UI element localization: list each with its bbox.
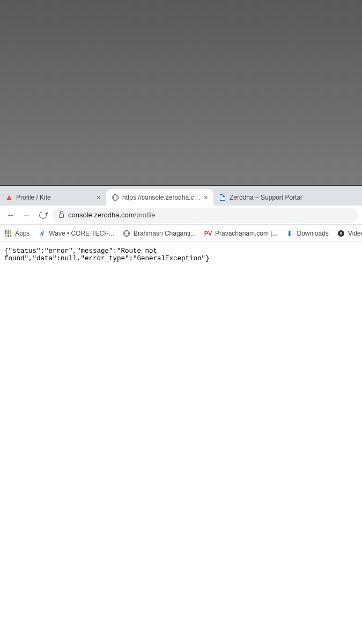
bookmark-label: Pravachanam.com |... [215,230,278,237]
bookmark-label: Brahmasri Chaganti... [134,230,196,237]
download-icon: ⬇ [286,230,293,237]
reload-icon [38,210,48,220]
apps-grid-icon [4,230,12,237]
bookmark-pravachanam[interactable]: PV Pravachanam.com |... [204,230,278,237]
bookmark-downloads[interactable]: ⬇ Downloads [286,230,328,237]
close-icon[interactable]: × [204,193,208,202]
document-favicon-icon [219,194,226,201]
address-bar[interactable]: console.zerodha.com/profile [53,208,358,223]
bookmark-videoh[interactable]: d VideoH [337,230,362,237]
tab-console-zerodha[interactable]: https://console.zerodha.com/pro × [106,189,213,206]
videoh-icon: d [337,230,345,237]
bookmark-wave[interactable]: ıl Wave • CORE TECH... [38,230,114,237]
tab-zerodha-support[interactable]: Zerodha – Support Portal [213,189,321,206]
tab-title: Zerodha – Support Portal [230,194,315,201]
wave-icon: ıl [38,230,46,237]
tab-profile-kite[interactable]: Profile / Kite × [0,189,106,206]
bookmark-label: Wave • CORE TECH... [49,230,114,237]
url-text: console.zerodha.com/profile [68,211,156,219]
tab-strip: Profile / Kite × https://console.zerodha… [0,186,362,206]
bookmarks-bar: Apps ıl Wave • CORE TECH... Brahmasri Ch… [0,225,362,242]
browser-toolbar: ← → console.zerodha.com/profile [0,206,362,225]
photo-background-wall [0,0,362,185]
tab-title: https://console.zerodha.com/pro [122,194,201,201]
bookmark-label: VideoH [348,230,362,237]
close-icon[interactable]: × [97,193,101,202]
globe-favicon-icon [112,194,119,201]
bookmark-apps[interactable]: Apps [4,230,29,237]
browser-window: Profile / Kite × https://console.zerodha… [0,185,362,268]
bookmark-label: Downloads [297,230,328,237]
back-button[interactable]: ← [4,209,17,222]
bookmark-label: Apps [15,230,29,237]
json-error-response: {"status":"error","message":"Route not f… [4,247,210,262]
reload-button[interactable] [36,209,49,222]
forward-button[interactable]: → [20,209,33,222]
url-path: /profile [135,211,156,219]
tab-title: Profile / Kite [16,194,93,201]
kite-favicon-icon [5,194,13,201]
url-host: console.zerodha.com [68,211,135,219]
pv-icon: PV [204,230,212,237]
bookmark-brahmasri[interactable]: Brahmasri Chaganti... [123,230,196,237]
page-body-json: {"status":"error","message":"Route not f… [0,242,362,268]
lock-icon [59,214,64,218]
globe-icon [123,230,130,237]
